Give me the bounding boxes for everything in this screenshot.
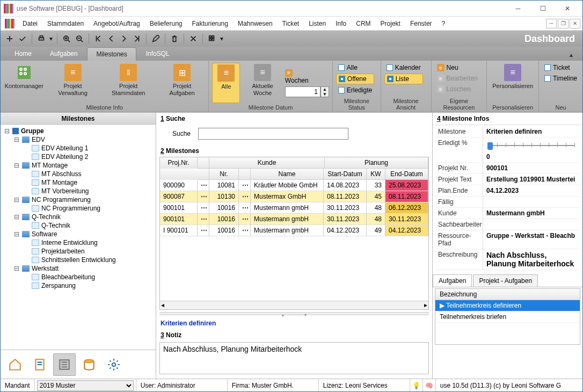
ribtab-milestones[interactable]: Milestones [87,47,136,61]
tree-node[interactable]: MT Vorbereitung [2,187,155,195]
menu-projekt[interactable]: Projekt [376,18,405,30]
splitter[interactable]: ▴ · · · · · · · · ▾ [159,312,429,315]
tree-node[interactable]: EDV Abteilung 2 [2,153,155,161]
wochen-spinner[interactable]: ▲▼ [285,86,329,97]
lookup-icon[interactable]: ⋯ [198,180,209,191]
settings-icon[interactable] [103,353,125,376]
tree-node[interactable]: ⊟Software [2,230,155,238]
mandant-select[interactable]: 2019 Muster [37,380,134,391]
ribtab-infosql[interactable]: InfoSQL [137,47,178,61]
tree-node[interactable]: ⊟MT Montage [2,161,155,170]
menu-datei[interactable]: Datei [18,18,42,30]
table-row[interactable]: I 900101⋯10016⋯Mustermann gmbH04.12.2023… [160,225,428,236]
ansicht-kalender-checkbox[interactable]: Kalender [384,63,423,72]
tree-node[interactable]: ⊟Werkstatt [2,264,155,273]
mdi-close-button[interactable]: ✕ [570,19,580,28]
tree-node[interactable]: Q-Technik [2,221,155,230]
print-dropdown-icon[interactable]: ▾ [48,33,54,45]
menu-fenster[interactable]: Fenster [405,18,437,30]
menu-info[interactable]: Info [331,18,351,30]
lookup-icon[interactable]: ⋯ [239,225,251,236]
zoom-out-icon[interactable] [74,33,85,45]
tree-node[interactable]: NC Programmierung [2,204,155,213]
datum-alle-button[interactable]: ≡Alle [212,63,240,103]
list-item[interactable]: Teilnehmerkreis briefen [435,311,580,323]
tree-node[interactable]: ⊟EDV [2,135,155,144]
ribtab-home[interactable]: Home [6,47,40,61]
ansicht-liste-checkbox[interactable]: Liste [384,74,423,84]
projekt-stammdaten-button[interactable]: ⫴Projekt Stammdaten [101,63,156,103]
col-kw[interactable]: KW [367,169,385,180]
tree-node[interactable]: Interne Entwicklung [2,238,155,247]
mdi-minimize-button[interactable]: ─ [546,19,557,28]
lookup-icon[interactable]: ⋯ [198,214,209,225]
mdi-restore-button[interactable]: ❐ [558,19,569,28]
neu-timeline-button[interactable]: Timeline [542,74,579,83]
ressource-bearbeiten-button[interactable]: ≡Bearbeiten [435,74,480,83]
grid-icon[interactable] [206,33,218,45]
personalisieren-button[interactable]: ≡Personalisieren [490,63,535,103]
tree-node[interactable]: MT Montage [2,178,155,187]
menu-fakturierung[interactable]: Fakturierung [187,18,233,30]
table-row[interactable]: 900101⋯10016⋯Mustermann gmbH30.11.202348… [160,214,428,225]
table-row[interactable]: 900101⋯10016⋯Mustermann gmbH30.11.202348… [160,202,428,214]
print-icon[interactable] [35,33,47,45]
projekt-verwaltung-button[interactable]: ≡Projekt Verwaltung [48,63,98,103]
nav-last-icon[interactable] [131,33,143,45]
milestones-grid[interactable]: Proj.Nr. Kunde Planung Nr. Name Start-Da… [159,157,429,310]
menu-mahnwesen[interactable]: Mahnwesen [233,18,278,30]
tree-node[interactable]: Projektarbeiten [2,247,155,256]
grid-dropdown-icon[interactable]: ▾ [219,33,224,45]
menu-angebot/auftrag[interactable]: Angebot/Auftrag [89,18,145,30]
milestone-tree[interactable]: ⊟Gruppe⊟EDVEDV Abteilung 1EDV Abteilung … [1,125,156,350]
lookup-icon[interactable]: ⋯ [239,180,251,191]
close-button[interactable]: ✕ [556,1,579,16]
menu-listen[interactable]: Listen [304,18,331,30]
new-icon[interactable] [4,33,16,45]
tab-aufgaben[interactable]: Aufgaben [433,274,472,287]
search-input[interactable] [198,128,348,140]
menu-ticket[interactable]: Ticket [278,18,304,30]
tab-projekt-aufgaben[interactable]: Projekt - Aufgaben [473,274,538,287]
tree-node[interactable]: EDV Abteilung 1 [2,144,155,153]
bulb-icon[interactable]: 💡 [410,379,423,391]
status-erledigte-checkbox[interactable]: Erledigte [336,85,374,95]
tree-node[interactable]: Schnittstellen Entwicklung [2,256,155,264]
ribtab-aufgaben[interactable]: Aufgaben [41,47,86,61]
col-name[interactable]: Name [251,169,324,180]
database-icon[interactable] [78,353,100,376]
brain-icon[interactable]: 🧠 [423,379,436,391]
cancel-icon[interactable] [187,33,199,45]
status-alle-checkbox[interactable]: Alle [336,63,374,72]
list-icon[interactable] [53,353,76,376]
lookup-icon[interactable]: ⋯ [239,202,251,214]
nav-prev-icon[interactable] [105,33,117,45]
ribbon-collapse-icon[interactable]: ▴ [565,49,577,61]
col-projnr[interactable]: Proj.Nr. [160,157,198,169]
nav-next-icon[interactable] [118,33,130,45]
lookup-icon[interactable]: ⋯ [239,214,251,225]
kontomanager-button[interactable]: Kontomanager [4,63,45,103]
edit-icon[interactable] [150,33,162,45]
list-item[interactable]: ▶ Teilnehmerkreis definieren [435,300,580,311]
projekt-aufgaben-button[interactable]: ⊞Projekt Aufgaben [159,63,206,103]
zoom-in-icon[interactable] [61,33,72,45]
ressource-loeschen-button[interactable]: ≡Löschen [435,84,480,94]
menu-belieferung[interactable]: Belieferung [145,18,187,30]
notiz-text[interactable]: Nach Abschluss, Planung Mitarbeiterhock [159,342,429,374]
confirm-icon[interactable] [17,33,28,45]
tree-node[interactable]: Zerspanung [2,281,155,290]
nav-first-icon[interactable] [92,33,104,45]
lookup-icon[interactable]: ⋯ [198,202,209,214]
tree-node[interactable]: MT Abschluss [2,170,155,178]
status-offene-checkbox[interactable]: Offene [336,74,374,84]
neu-ticket-button[interactable]: Ticket [542,63,579,72]
lookup-icon[interactable]: ⋯ [198,191,209,202]
col-startdatum[interactable]: Start-Datum [324,169,367,180]
maximize-button[interactable]: ☐ [531,1,555,16]
delete-icon[interactable] [169,33,180,45]
menu-?[interactable]: ? [437,18,450,30]
tree-node[interactable]: ⊟NC Programmierung [2,195,155,204]
tree-node[interactable]: Bleachbearbeitung [2,273,155,281]
minimize-button[interactable]: ─ [506,1,530,16]
